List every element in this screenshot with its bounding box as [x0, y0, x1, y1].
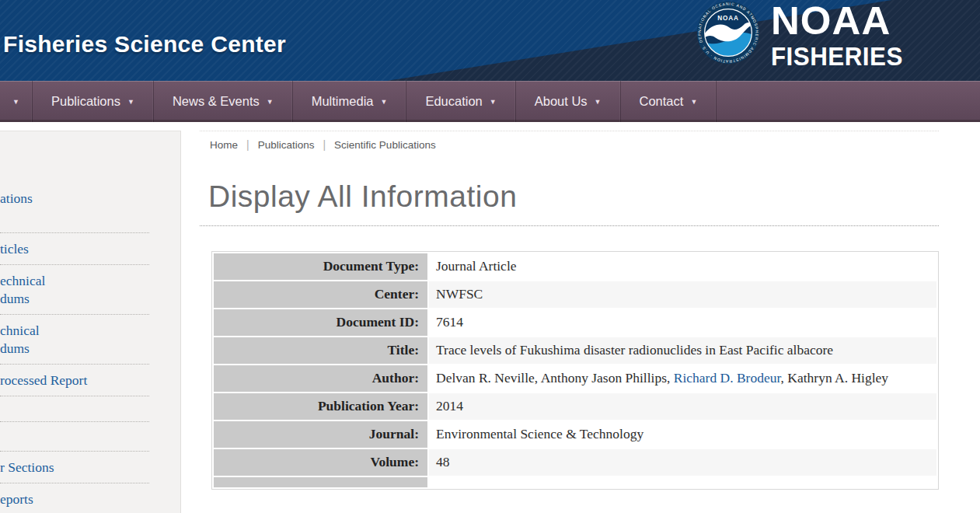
- noaa-logo-icon[interactable]: NATIONAL OCEANIC AND ATMOSPHERIC ADMINIS…: [696, 1, 760, 65]
- nav-label: Multimedia: [312, 94, 374, 109]
- field-value: Delvan R. Neville, Anthony Jason Phillip…: [429, 365, 936, 392]
- field-value: [429, 477, 936, 487]
- table-row: Journal: Environmental Science & Technol…: [214, 421, 936, 448]
- sidebar-link[interactable]: ations: [0, 183, 180, 232]
- nav-item-partial[interactable]: ▼: [0, 81, 33, 122]
- wordmark-line2: FISHERIES: [771, 44, 903, 69]
- chevron-down-icon: ▼: [12, 98, 19, 106]
- table-row: Volume: 48: [214, 449, 936, 476]
- sidebar-link-label: ticles: [0, 240, 180, 258]
- chevron-down-icon: ▼: [490, 98, 497, 106]
- field-label: Document Type:: [214, 253, 427, 280]
- table-row: Center: NWFSC: [214, 281, 936, 308]
- wordmark-line1: NOAA: [771, 2, 912, 40]
- sidebar-link[interactable]: chnical dums: [0, 315, 180, 364]
- noaa-wordmark[interactable]: NOAA FISHERIES: [771, 2, 910, 69]
- sidebar-link-label: dums: [0, 340, 180, 358]
- field-label: Center:: [214, 281, 427, 308]
- nav-item-about-us[interactable]: About Us ▼: [516, 81, 621, 122]
- site-title: Fisheries Science Center: [3, 31, 286, 58]
- nav-label: Contact: [640, 94, 684, 109]
- table-row: Document Type: Journal Article: [214, 253, 936, 280]
- sidebar-link[interactable]: ticles: [0, 233, 180, 264]
- sidebar-link-label: echnical: [0, 272, 180, 290]
- main-nav: ▼ Publications ▼ News & Events ▼ Multime…: [0, 81, 980, 122]
- nav-item-contact[interactable]: Contact ▼: [621, 81, 717, 122]
- nav-label: Education: [425, 94, 482, 109]
- sidebar-link[interactable]: [0, 422, 180, 451]
- chevron-down-icon: ▼: [127, 98, 134, 106]
- sidebar-link-label: ations: [0, 190, 180, 208]
- chevron-down-icon: ▼: [690, 98, 697, 106]
- author-link[interactable]: Richard D. Brodeur: [674, 370, 781, 386]
- field-label: Author:: [214, 365, 427, 392]
- field-label: Publication Year:: [214, 393, 427, 420]
- table-row: [214, 477, 936, 487]
- nav-item-news-events[interactable]: News & Events ▼: [154, 81, 293, 122]
- field-label: Title:: [214, 337, 427, 364]
- sidebar-link-label: eports: [0, 490, 180, 508]
- field-value: NWFSC: [429, 281, 936, 308]
- divider: [200, 131, 939, 131]
- sidebar-link-label: r Sections: [0, 459, 180, 476]
- chevron-down-icon: ▼: [380, 98, 387, 106]
- sidebar: ations ticles echnical dums chnical dums…: [0, 131, 181, 513]
- page: Fisheries Science Center NATIONAL OCEANI…: [0, 0, 980, 513]
- sidebar-link[interactable]: echnical dums: [0, 265, 180, 314]
- breadcrumb: Home|Publications|Scientific Publication…: [210, 138, 939, 151]
- table-row: Document ID: 7614: [214, 309, 936, 336]
- page-title: Display All Information: [208, 180, 939, 214]
- field-value: Journal Article: [429, 253, 936, 280]
- author-names: Delvan R. Neville, Anthony Jason Phillip…: [436, 370, 674, 386]
- chevron-down-icon: ▼: [595, 98, 602, 106]
- sidebar-link[interactable]: eports: [0, 483, 180, 513]
- table-row: Publication Year: 2014: [214, 393, 936, 420]
- main-content: Home|Publications|Scientific Publication…: [181, 122, 980, 513]
- field-label: [214, 477, 427, 487]
- field-value: 2014: [429, 393, 936, 420]
- field-value: 48: [429, 449, 936, 476]
- field-value: 7614: [429, 309, 936, 336]
- sidebar-link-label: dums: [0, 290, 180, 308]
- site-header: Fisheries Science Center NATIONAL OCEANI…: [0, 0, 980, 81]
- sidebar-link[interactable]: rocessed Report: [0, 365, 180, 396]
- nav-label: News & Events: [173, 94, 260, 109]
- table-row: Title: Trace levels of Fukushima disaste…: [214, 337, 936, 364]
- breadcrumb-separator: |: [314, 138, 334, 151]
- sidebar-link-label: chnical: [0, 322, 180, 340]
- breadcrumb-scientific-publications[interactable]: Scientific Publications: [334, 139, 436, 151]
- field-label: Document ID:: [214, 309, 427, 336]
- record-table: Document Type: Journal Article Center: N…: [211, 251, 939, 490]
- field-value: Trace levels of Fukushima disaster radio…: [429, 337, 936, 364]
- sidebar-link[interactable]: r Sections: [0, 452, 180, 483]
- field-label: Volume:: [214, 449, 427, 476]
- breadcrumb-publications[interactable]: Publications: [258, 139, 315, 151]
- table-row: Author: Delvan R. Neville, Anthony Jason…: [214, 365, 936, 392]
- nav-label: About Us: [535, 94, 588, 109]
- svg-text:NOAA: NOAA: [717, 15, 738, 22]
- sidebar-link-label: rocessed Report: [0, 372, 180, 389]
- nav-item-multimedia[interactable]: Multimedia ▼: [293, 81, 407, 122]
- chevron-down-icon: ▼: [267, 98, 274, 106]
- divider: [200, 225, 939, 226]
- author-names: , Kathryn A. Higley: [781, 370, 889, 386]
- sidebar-link[interactable]: [0, 396, 180, 421]
- field-label: Journal:: [214, 421, 427, 448]
- breadcrumb-separator: |: [238, 138, 258, 151]
- breadcrumb-home[interactable]: Home: [210, 139, 238, 151]
- nav-item-publications[interactable]: Publications ▼: [33, 81, 154, 122]
- field-value: Environmental Science & Technology: [429, 421, 936, 448]
- nav-label: Publications: [51, 94, 120, 109]
- nav-item-education[interactable]: Education ▼: [406, 81, 515, 122]
